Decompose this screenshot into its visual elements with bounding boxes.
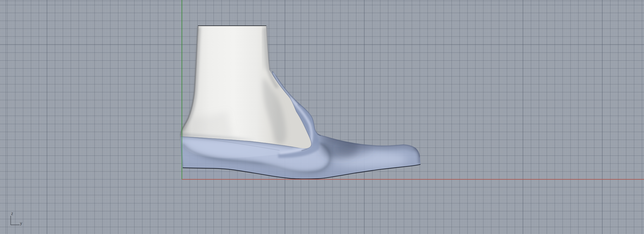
svg-text:y: y (20, 221, 22, 226)
svg-text:z: z (11, 211, 13, 216)
